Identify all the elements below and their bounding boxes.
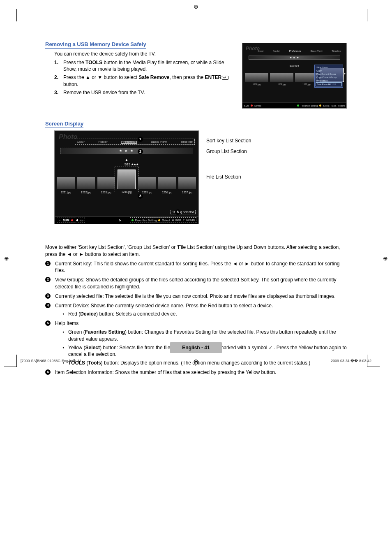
crop-mark xyxy=(4,367,16,367)
item-1: 1Current Sort key: This field shows the … xyxy=(45,260,347,274)
body-text: Move to either 'Sort key List Section', … xyxy=(45,244,347,376)
context-menu: Slide Show Copy Play Current Group Copy … xyxy=(314,65,343,88)
crop-mark xyxy=(367,9,367,21)
check-icon: ✓ xyxy=(269,345,272,350)
enter-icon xyxy=(222,76,228,80)
item-3: 3Currently selected file: The selected f… xyxy=(45,293,347,300)
callout-5: 5 xyxy=(117,218,122,223)
section-heading-usb: Removing a USB Memory Device Safely xyxy=(45,41,146,49)
item-2: 2View Groups: Shows the detailed groups … xyxy=(45,276,347,290)
registration-mark-left: ⊕ xyxy=(4,255,9,262)
crop-mark xyxy=(367,367,380,367)
annotation-sortkey: Sort key List Section xyxy=(206,138,251,144)
step-1: 1. Press the TOOLS button in the Media P… xyxy=(54,59,230,72)
annotation-group: Group List Section xyxy=(206,149,247,154)
registration-mark-top: ⊕ xyxy=(194,3,198,10)
tv-screenshot-large: Photo Color Folder Preference Basic View… xyxy=(54,130,199,224)
registration-mark-right: ⊕ xyxy=(383,255,388,262)
step-2: 2. Press the ▲ or ▼ button to select Saf… xyxy=(54,74,230,87)
annotation-filelist: File List Section xyxy=(206,174,241,180)
callout-1: 1 xyxy=(138,137,143,142)
page-footer: English - 41 xyxy=(170,342,222,353)
registration-mark-bottom: ⊕ xyxy=(194,358,198,365)
crop-mark xyxy=(16,9,17,21)
section-heading-screen: Screen Display xyxy=(45,121,83,128)
triangle-up-icon: ▲ xyxy=(125,158,128,162)
callout-3: 3 xyxy=(138,193,143,199)
callout-4: 4 xyxy=(74,218,80,223)
crop-mark xyxy=(16,355,17,367)
callout-6: 6 xyxy=(175,209,180,215)
tv-screenshot-small: Photo Color Folder Preference Basic View… xyxy=(242,43,347,109)
item-4: 4Current Device: Shows the currently sel… xyxy=(45,302,347,318)
item-6: 6Item Selection Information: Shows the n… xyxy=(45,369,347,376)
step-3: 3. Remove the USB device from the TV. xyxy=(54,89,230,96)
arrow-right-icon: ▶ xyxy=(344,72,346,75)
steps-list: 1. Press the TOOLS button in the Media P… xyxy=(54,59,230,96)
callout-2: 2 xyxy=(138,149,143,154)
crop-mark xyxy=(367,355,367,367)
